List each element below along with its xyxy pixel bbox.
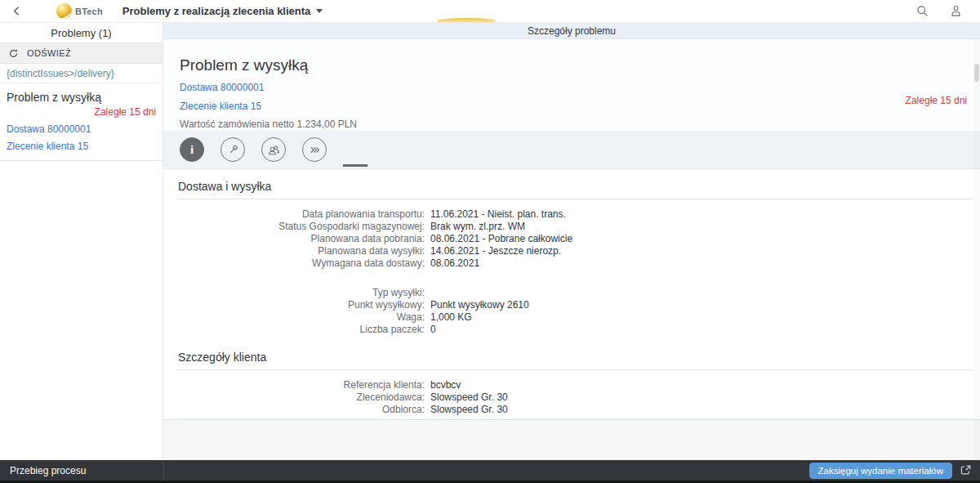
refresh-button[interactable]: ODŚWIEŻ	[0, 42, 163, 64]
section-divider	[178, 199, 972, 199]
tab-overflow[interactable]	[302, 137, 327, 162]
object-header: Problem z wysyłką Dostawa 80000001 Zlece…	[163, 39, 980, 131]
btech-logo: BTech	[56, 3, 103, 19]
form-field-shipping-type: Typ wysyłki:	[163, 287, 980, 299]
field-label: Planowana data pobrania:	[163, 233, 425, 245]
field-value: bcvbcv	[430, 379, 461, 391]
detail-panel-header: Szczegóły problemu	[163, 23, 980, 39]
field-label: Liczba paczek:	[163, 324, 425, 336]
shell-header: BTech Problemy z realizacją zlecenia kli…	[0, 0, 980, 23]
field-label: Wymagana data dostawy:	[163, 257, 425, 270]
post-goods-issue-button[interactable]: Zaksięguj wydanie materiałów	[809, 463, 952, 479]
search-icon	[916, 5, 929, 17]
form-field-shipping-point: Punkt wysyłkowy: Punkt wysyłkowy 2610	[163, 299, 980, 311]
form-field-ship-to-party: Odbiorca: Slowspeed Gr. 30	[163, 404, 980, 416]
search-button[interactable]	[910, 5, 935, 17]
tab-partners[interactable]	[261, 137, 286, 162]
export-arrow-icon	[960, 464, 972, 476]
field-value: 08.06.2021 - Pobrane całkowicie	[430, 233, 572, 245]
section-gap	[163, 336, 980, 351]
form-field-customer-reference: Referencja klienta: bcvbcv	[163, 379, 980, 391]
list-group-header: {distinctIssues>/delivery}	[0, 64, 163, 83]
selected-tab-underline	[343, 164, 368, 167]
application-window: BTech Problemy z realizacją zlecenia kli…	[0, 0, 980, 483]
form-group-gap	[163, 270, 980, 287]
field-label: Typ wysyłki:	[163, 287, 425, 299]
sidebar-header: Problemy (1)	[0, 23, 163, 42]
field-value-negative: 14.06.2021 - Jeszcze nierozp.	[430, 245, 561, 257]
open-in-window-button[interactable]	[960, 464, 972, 476]
detail-scrollbar[interactable]	[973, 39, 980, 460]
field-label: Waga:	[163, 311, 425, 324]
object-net-value: Wartość zamówienia netto 1.234,00 PLN	[180, 119, 967, 130]
tab-notes[interactable]	[220, 137, 245, 162]
list-item-title: Problem z wysyłką	[7, 91, 156, 104]
refresh-icon	[8, 48, 19, 59]
process-flow-label[interactable]: Przebieg procesu	[10, 465, 86, 476]
info-icon: i	[190, 144, 194, 156]
field-label: Punkt wysyłkowy:	[163, 299, 425, 311]
sold-to-party-link[interactable]: Slowspeed Gr. 30	[430, 391, 508, 404]
form-field-sold-to-party: Zleceniodawca: Slowspeed Gr. 30	[163, 391, 980, 404]
gold-arc-decoration	[438, 18, 495, 23]
form-field-planned-picking-date: Planowana data pobrania: 08.06.2021 - Po…	[163, 233, 980, 245]
app-title-menu[interactable]: Problemy z realizacją zlecenia klienta	[122, 5, 323, 17]
back-button[interactable]	[11, 6, 22, 16]
form-field-planned-shipping-date: Planowana data wysyłki: 14.06.2021 - Jes…	[163, 245, 980, 257]
form-field-package-count: Liczba paczek: 0	[163, 324, 980, 336]
person-icon	[950, 5, 962, 17]
chevron-down-icon	[316, 9, 323, 13]
footer-bar: Przebieg procesu Zaksięguj wydanie mater…	[0, 460, 980, 483]
field-value: 0	[430, 324, 436, 336]
form-field-required-delivery-date: Wymagana data dostawy: 08.06.2021	[163, 257, 980, 270]
field-value: Brak wym. zl.prz. WM	[430, 221, 525, 233]
field-value: 1,000 KG	[430, 311, 472, 324]
refresh-label: ODŚWIEŻ	[27, 48, 71, 58]
object-overdue-status: Zaległe 15 dni	[906, 95, 967, 106]
profile-button[interactable]	[943, 5, 969, 17]
btech-logo-text: BTech	[75, 7, 103, 16]
sidebar-problems-list: Problemy (1) ODŚWIEŻ {distinctIssues>/de…	[0, 23, 163, 460]
list-item-delivery-link[interactable]: Dostawa 80000001	[7, 123, 156, 135]
field-label: Status Gospodarki magazynowej:	[163, 221, 425, 233]
object-delivery-link[interactable]: Dostawa 80000001	[180, 82, 264, 93]
scrollbar-thumb[interactable]	[974, 64, 979, 82]
field-label: Data planowania transportu:	[163, 208, 425, 221]
split-view: Problemy (1) ODŚWIEŻ {distinctIssues>/de…	[0, 23, 980, 460]
detail-panel: Szczegóły problemu Problem z wysyłką Dos…	[163, 23, 980, 460]
section-title-customer: Szczegóły klienta	[163, 351, 980, 364]
object-title: Problem z wysyłką	[180, 56, 967, 74]
tab-info[interactable]: i	[180, 137, 204, 162]
section-title-delivery: Dostawa i wysyłka	[163, 180, 980, 193]
list-item-overdue-status: Zaległe 15 dni	[7, 106, 156, 118]
field-value: Punkt wysyłkowy 2610	[430, 299, 529, 311]
app-title: Problemy z realizacją zlecenia klienta	[122, 5, 311, 17]
content-bottom-area	[163, 419, 980, 460]
field-value: 08.06.2021	[430, 257, 479, 270]
detail-content: Dostawa i wysyłka Data planowania transp…	[163, 169, 980, 419]
ship-to-party-link[interactable]: Slowspeed Gr. 30	[430, 404, 508, 416]
field-label: Planowana data wysyłki:	[163, 245, 425, 257]
section-divider	[178, 369, 972, 370]
field-label: Odbiorca:	[163, 404, 425, 416]
pushpin-icon	[227, 144, 239, 156]
icon-tab-bar: i	[163, 131, 980, 169]
form-field-weight: Waga: 1,000 KG	[163, 311, 980, 324]
btech-globe-icon	[56, 3, 72, 19]
overflow-chevrons-icon	[309, 144, 321, 156]
object-sales-order-link[interactable]: Zlecenie klienta 15	[180, 101, 261, 112]
chevron-left-icon	[11, 6, 22, 16]
field-value: 11.06.2021 - Nieist. plan. trans.	[430, 208, 566, 221]
form-field-warehouse-status: Status Gospodarki magazynowej: Brak wym.…	[163, 221, 980, 233]
field-label: Referencja klienta:	[163, 379, 425, 391]
field-label: Zleceniodawca:	[163, 391, 425, 404]
list-item-sales-order-link[interactable]: Zlecenie klienta 15	[7, 141, 156, 152]
people-icon	[267, 144, 281, 156]
form-field-transport-planning-date: Data planowania transportu: 11.06.2021 -…	[163, 208, 980, 221]
problem-list-item[interactable]: Problem z wysyłką Zaległe 15 dni Dostawa…	[0, 83, 163, 161]
